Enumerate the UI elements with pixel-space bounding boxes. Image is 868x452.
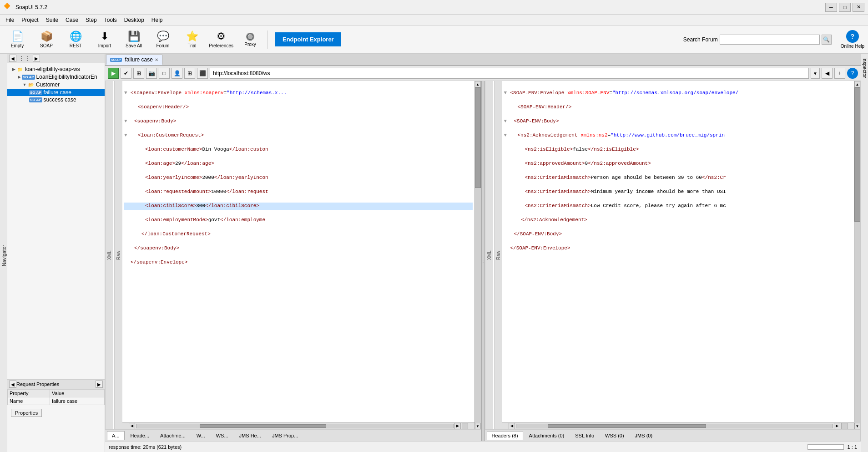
menu-case[interactable]: Case bbox=[62, 16, 82, 24]
toolbar: 📄 Empty 📦 SOAP 🌐 REST ⬇ Import 💾 Save Al… bbox=[0, 25, 868, 54]
split-button[interactable]: ⊞ bbox=[133, 68, 144, 79]
raw-label-right: Raw bbox=[494, 81, 502, 429]
tree-success-case[interactable]: SO AP success case bbox=[7, 96, 105, 103]
tab-jms-prop[interactable]: JMS Prop... bbox=[267, 431, 303, 440]
menu-tools[interactable]: Tools bbox=[101, 16, 121, 24]
tree-expand-wsdl: ▶ bbox=[16, 74, 22, 80]
add-url-button[interactable]: + bbox=[834, 68, 845, 79]
square-button[interactable]: □ bbox=[159, 68, 170, 79]
request-props-scroll-right[interactable]: ▶ bbox=[96, 381, 103, 388]
more-button[interactable]: ⊞ bbox=[184, 68, 195, 79]
save-all-button[interactable]: 💾 Save All bbox=[120, 27, 147, 52]
tab-jms-0[interactable]: JMS (0) bbox=[630, 431, 658, 440]
tree-project[interactable]: ▶ 📁 loan-eligibility-soap-ws bbox=[7, 65, 105, 73]
tab-close-icon[interactable]: ✕ bbox=[155, 57, 158, 62]
menu-desktop[interactable]: Desktop bbox=[121, 16, 148, 24]
endpoint-explorer-button[interactable]: Endpoint Explorer bbox=[275, 32, 341, 46]
request-properties-header: ◀ Request Properties ▶ bbox=[7, 380, 105, 389]
resp-xml-line-9: <ns2:CriteriaMismatch>Low Credit score, … bbox=[504, 203, 853, 210]
trial-icon: ⭐ bbox=[186, 30, 198, 42]
rest-button[interactable]: 🌐 REST bbox=[62, 27, 89, 52]
menubar: File Project Suite Case Step Tools Deskt… bbox=[0, 15, 868, 25]
soap-button[interactable]: 📦 SOAP bbox=[33, 27, 60, 52]
position-indicator: 1 : 1 bbox=[848, 444, 857, 450]
rest-label: REST bbox=[70, 43, 82, 48]
tab-attachments-0[interactable]: Attachments (0) bbox=[524, 431, 570, 440]
request-props-scroll-left[interactable]: ◀ bbox=[9, 381, 16, 388]
resp-v-scroll-down[interactable]: ▼ bbox=[854, 423, 860, 429]
resp-v-scroll-up[interactable]: ▲ bbox=[854, 81, 860, 87]
screenshot-button[interactable]: 📷 bbox=[146, 68, 157, 79]
nav-scroll-left[interactable]: ◀ bbox=[9, 55, 16, 62]
folder-icon: 📂 bbox=[27, 81, 35, 88]
failure-case-tab[interactable]: SO AP failure case ✕ bbox=[106, 55, 162, 65]
v-scroll-track[interactable] bbox=[475, 87, 481, 423]
menu-step[interactable]: Step bbox=[82, 16, 101, 24]
xml-line-6: <loan:age>29</loan:age> bbox=[124, 160, 473, 168]
resp-v-scroll-track[interactable] bbox=[854, 87, 860, 423]
url-input[interactable] bbox=[210, 68, 809, 79]
tab-ssl-info[interactable]: SSL Info bbox=[570, 431, 599, 440]
online-help-button[interactable]: ? Online Help bbox=[841, 30, 864, 49]
preferences-button[interactable]: ⚙ Preferences bbox=[207, 27, 235, 52]
pane-splitter[interactable]: ⋮ bbox=[481, 81, 485, 441]
tab-label: failure case bbox=[125, 56, 153, 63]
scroll-left-arrow[interactable]: ◀ bbox=[129, 423, 135, 429]
maximize-button[interactable]: □ bbox=[839, 3, 851, 12]
help-button[interactable]: ? bbox=[847, 68, 858, 79]
h-scrollbar-track-left[interactable] bbox=[136, 424, 454, 428]
properties-button[interactable]: Properties bbox=[11, 409, 42, 417]
resp-scroll-right[interactable]: ▶ bbox=[834, 423, 840, 429]
close-button[interactable]: ✕ bbox=[853, 3, 864, 12]
nav-scroll-right[interactable]: ▶ bbox=[33, 55, 40, 62]
response-pane: XML Raw ▼<SOAP-ENV:Envelope xmlns:SOAP-E… bbox=[485, 81, 861, 441]
search-input[interactable] bbox=[720, 35, 820, 45]
resp-scroll-left[interactable]: ◀ bbox=[509, 423, 515, 429]
cancel-button[interactable]: ✔ bbox=[121, 68, 131, 79]
menu-help[interactable]: Help bbox=[148, 16, 167, 24]
menu-project[interactable]: Project bbox=[18, 16, 42, 24]
value-cell: failure case bbox=[50, 397, 104, 405]
search-icon-button[interactable]: 🔍 bbox=[822, 35, 832, 45]
play-button[interactable]: ▶ bbox=[108, 68, 119, 79]
save-all-icon: 💾 bbox=[128, 30, 140, 42]
menu-file[interactable]: File bbox=[2, 16, 18, 24]
import-button[interactable]: ⬇ Import bbox=[91, 27, 118, 52]
minimize-button[interactable]: ─ bbox=[825, 3, 837, 12]
tree-failure-case[interactable]: SO AP failure case bbox=[7, 89, 105, 96]
h-scrollbar-track-right[interactable] bbox=[516, 424, 833, 428]
v-scroll-down[interactable]: ▼ bbox=[475, 423, 481, 429]
request-pane: XML Raw ▼<soapenv:Envelope xmlns:soapenv… bbox=[105, 81, 481, 441]
proxy-button[interactable]: 🔘 Proxy bbox=[237, 27, 264, 52]
tab-a[interactable]: A... bbox=[107, 431, 125, 440]
forum-button[interactable]: 💬 Forum bbox=[149, 27, 177, 52]
table-row[interactable]: Name failure case bbox=[8, 397, 105, 405]
navigator-sidebar[interactable]: Navigator bbox=[0, 54, 7, 452]
xml-line-5: <loan:customerName>Din Vooga</loan:custo… bbox=[124, 146, 473, 153]
trial-button[interactable]: ⭐ Trial bbox=[178, 27, 206, 52]
stop-button[interactable]: ⬛ bbox=[197, 68, 208, 79]
tab-headers-8[interactable]: Headers (8) bbox=[487, 431, 523, 440]
prev-button[interactable]: ◀ bbox=[822, 68, 833, 79]
left-panel-header: ◀ ⋮⋮ ▶ bbox=[7, 54, 105, 63]
tab-w[interactable]: W... bbox=[192, 431, 210, 440]
tab-attachments[interactable]: Attachme... bbox=[155, 431, 191, 440]
preferences-label: Preferences bbox=[209, 43, 233, 48]
v-scroll-up[interactable]: ▲ bbox=[475, 81, 481, 87]
tree-customer[interactable]: ▼ 📂 Customer bbox=[7, 81, 105, 89]
xml-line-8: <loan:requestedAmount>10000</loan:reques… bbox=[124, 188, 473, 196]
scroll-right-arrow[interactable]: ▶ bbox=[454, 423, 461, 429]
resp-xml-line-6: <ns2:approvedAmount>0</ns2:approvedAmoun… bbox=[504, 160, 853, 168]
empty-button[interactable]: 📄 Empty bbox=[4, 27, 31, 52]
tab-headers[interactable]: Heade... bbox=[126, 431, 155, 440]
window-controls: ─ □ ✕ bbox=[825, 3, 864, 12]
url-dropdown-button[interactable]: ▼ bbox=[811, 68, 820, 79]
menu-suite[interactable]: Suite bbox=[42, 16, 62, 24]
tab-ws[interactable]: WS... bbox=[211, 431, 233, 440]
tree-wsdl[interactable]: ▶ SO AP LoanEligibilityIndicatorEn bbox=[7, 73, 105, 81]
inspector-sidebar[interactable]: Inspector bbox=[861, 54, 868, 452]
tab-jms-he[interactable]: JMS He... bbox=[234, 431, 266, 440]
tab-wss-0[interactable]: WSS (0) bbox=[600, 431, 629, 440]
resp-xml-line-1: ▼<SOAP-ENV:Envelope xmlns:SOAP-ENV="http… bbox=[504, 90, 853, 97]
person-button[interactable]: 👤 bbox=[172, 68, 182, 79]
